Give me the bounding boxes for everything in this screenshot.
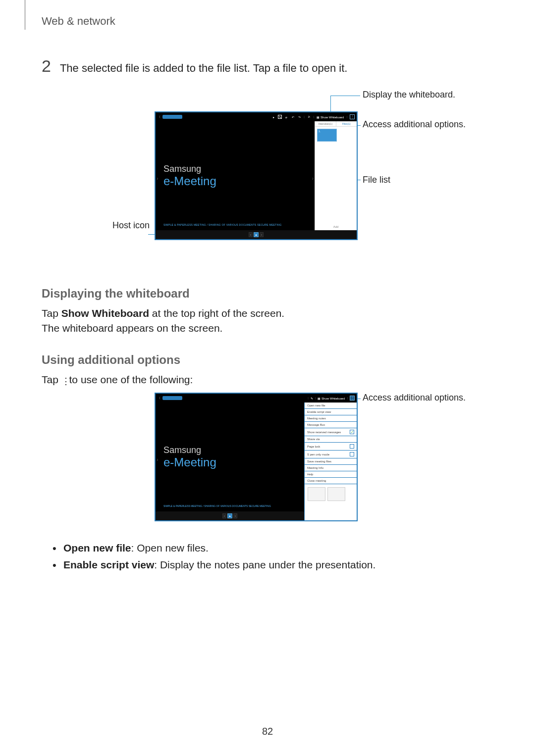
- menu-enable-script-view[interactable]: Enable script view: [305, 409, 357, 415]
- more-options-icon[interactable]: ⋮: [350, 114, 355, 119]
- pager-prev-icon[interactable]: ‹: [249, 232, 253, 237]
- menu-open-new-file[interactable]: Open new file: [305, 403, 357, 409]
- menu-help[interactable]: Help: [305, 471, 357, 478]
- host-pager: ‹ ▲ ›: [222, 513, 237, 518]
- more-options-inline-icon: [61, 375, 66, 383]
- slide-tagline: SIMPLE & PAPERLESS MEETING / SHARING OF …: [163, 223, 281, 226]
- screenshot-meeting-menu: 〈 | ✎ | ▦ Show Whiteboard | ⋮ › Samsung …: [155, 393, 358, 521]
- checkbox-checked-icon[interactable]: ✓: [350, 430, 354, 434]
- step-number: 2: [42, 57, 51, 74]
- host-icon[interactable]: ▲: [227, 513, 232, 518]
- file-list: 1.: [315, 127, 357, 144]
- redo-icon[interactable]: ↷: [297, 115, 301, 119]
- show-whiteboard-button[interactable]: ▦ Show Whiteboard: [318, 397, 345, 400]
- menu-save-meeting-files[interactable]: Save meeting files: [305, 458, 357, 465]
- pen-icon[interactable]: ✎: [278, 115, 282, 119]
- slide-thumb[interactable]: [308, 487, 325, 501]
- slide-product: e-Meeting: [163, 174, 307, 188]
- heading-displaying-whiteboard: Displaying the whiteboard: [42, 287, 485, 301]
- back-icon[interactable]: 〈: [158, 396, 160, 401]
- menu-share-via[interactable]: Share via: [305, 436, 357, 443]
- list-item: Enable script view: Display the notes pa…: [53, 559, 485, 571]
- step-text: The selected file is added to the file l…: [60, 62, 348, 75]
- bottom-bar: ‹ ▲ ›: [156, 230, 357, 239]
- pin-icon[interactable]: ✎: [311, 397, 313, 400]
- callout-host-icon: Host icon: [112, 220, 150, 231]
- show-whiteboard-button[interactable]: ▦ Show Whiteboard: [317, 115, 344, 119]
- pager-next-icon[interactable]: ›: [233, 513, 237, 518]
- host-pager: ‹ ▲ ›: [249, 232, 264, 237]
- prev-slide-icon[interactable]: ›: [157, 457, 158, 462]
- menu-meeting-notes[interactable]: Meeting notes: [305, 415, 357, 422]
- slide-tagline: SIMPLE & PAPERLESS MEETING / SHARING OF …: [163, 504, 271, 507]
- para-tap-more: Tap to use one of the following:: [42, 374, 485, 386]
- tab-files[interactable]: Files(1): [336, 121, 357, 127]
- undo-icon[interactable]: ↶: [291, 115, 295, 119]
- figure-2: Access additional options. 〈 | ✎ | ▦ Sho…: [55, 393, 472, 531]
- tab-attendees[interactable]: Attendees(1): [315, 121, 336, 127]
- eraser-icon[interactable]: ⌀: [284, 115, 288, 119]
- participants-icon[interactable]: ⛭: [307, 115, 311, 119]
- host-icon[interactable]: ▲: [254, 232, 259, 237]
- title-chip: [162, 115, 182, 119]
- slide-brand: Samsung: [163, 164, 307, 174]
- file-thumbnail[interactable]: 1.: [317, 129, 337, 142]
- figure-1: Display the whiteboard. Access additiona…: [55, 90, 472, 268]
- callout-display-whiteboard: Display the whiteboard.: [363, 90, 462, 100]
- menu-thumbs: [305, 484, 357, 504]
- callout-access-options-2: Access additional options.: [363, 393, 472, 403]
- breadcrumb: Web & network: [0, 0, 535, 28]
- app-toolbar: 〈 ▸ ✎ ⌀ ↶ ↷ | ⛭ | ▦ Show Whiteboard | ⋮: [156, 112, 357, 121]
- prev-slide-icon[interactable]: ›: [157, 176, 158, 181]
- menu-show-received-messages[interactable]: Show received messages✓: [305, 428, 357, 436]
- para-whiteboard-appears: The whiteboard appears on the screen.: [42, 322, 485, 334]
- slide-product: e-Meeting: [163, 455, 296, 469]
- add-file-button[interactable]: Add: [315, 225, 357, 228]
- checkbox-unchecked-icon[interactable]: [350, 452, 354, 456]
- menu-message-box[interactable]: Message Box: [305, 422, 357, 428]
- step-row: 2 The selected file is added to the file…: [42, 57, 485, 75]
- pager-prev-icon[interactable]: ‹: [222, 513, 226, 518]
- checkbox-unchecked-icon[interactable]: [350, 444, 354, 449]
- more-options-icon[interactable]: ⋮: [350, 396, 355, 401]
- heading-using-additional-options: Using additional options: [42, 353, 485, 367]
- side-panel: Attendees(1) Files(1) 1. Add: [315, 121, 357, 230]
- presentation-area-2: › Samsung e-Meeting SIMPLE & PAPERLESS M…: [156, 403, 304, 511]
- slide-brand: Samsung: [163, 445, 296, 455]
- bottom-bar-2: ‹ ▲ ›: [156, 511, 304, 520]
- slide-thumb[interactable]: [327, 487, 345, 501]
- callout-access-options: Access additional options.: [363, 119, 472, 130]
- app-toolbar-2: 〈 | ✎ | ▦ Show Whiteboard | ⋮: [156, 394, 357, 403]
- list-item: Open new file: Open new files.: [53, 542, 485, 554]
- menu-meeting-info[interactable]: Meeting Info: [305, 465, 357, 471]
- pager-next-icon[interactable]: ›: [260, 232, 264, 237]
- page-number: 82: [0, 726, 535, 737]
- options-menu: Open new file Enable script view Meeting…: [304, 403, 357, 520]
- pointer-icon[interactable]: ▸: [271, 115, 275, 119]
- menu-page-lock[interactable]: Page lock: [305, 443, 357, 451]
- menu-s-pen-only-mode[interactable]: S pen only mode: [305, 451, 357, 458]
- callout-file-list: File list: [363, 175, 390, 185]
- title-chip: [162, 396, 182, 400]
- presentation-area: › › Samsung e-Meeting SIMPLE & PAPERLESS…: [156, 121, 315, 230]
- para-tap-show-whiteboard: Tap Show Whiteboard at the top right of …: [42, 307, 485, 319]
- next-slide-icon[interactable]: ›: [312, 176, 314, 181]
- back-icon[interactable]: 〈: [158, 115, 160, 119]
- options-description-list: Open new file: Open new files. Enable sc…: [53, 542, 485, 571]
- menu-close-meeting[interactable]: Close meeting: [305, 478, 357, 484]
- screenshot-meeting-main: 〈 ▸ ✎ ⌀ ↶ ↷ | ⛭ | ▦ Show Whiteboard | ⋮: [155, 111, 358, 240]
